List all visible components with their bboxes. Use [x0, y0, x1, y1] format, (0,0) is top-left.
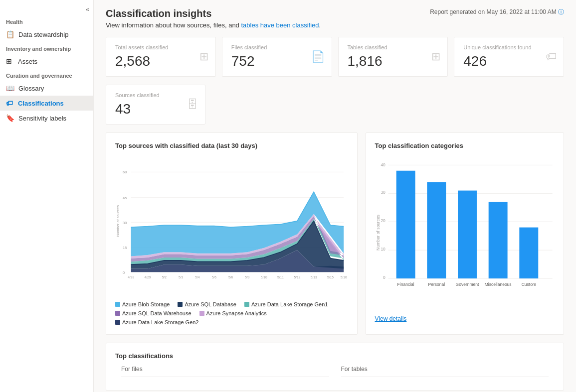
sidebar-item-label: Data stewardship	[18, 31, 68, 38]
sidebar: « Health 📋 Data stewardship Inventory an…	[0, 0, 94, 392]
legend-dot	[178, 302, 183, 307]
svg-text:Government: Government	[455, 282, 479, 287]
info-icon[interactable]: ⓘ	[558, 8, 564, 15]
top-classifications-files-col: For files	[115, 366, 335, 381]
main-content: Classification insights View information…	[94, 0, 576, 392]
svg-text:5/15: 5/15	[327, 275, 334, 279]
legend-synapse: Azure Synapse Analytics	[199, 310, 267, 316]
sidebar-section-inventory: Inventory and ownership ⊞ Assets	[0, 42, 93, 69]
unique-icon: 🏷	[546, 50, 557, 63]
svg-text:10: 10	[381, 247, 385, 252]
subtitle-link[interactable]: tables have been classified	[241, 21, 319, 29]
sidebar-item-label: Assets	[18, 58, 37, 65]
svg-text:5/9: 5/9	[245, 275, 250, 279]
svg-text:5/4: 5/4	[195, 275, 200, 279]
sidebar-item-label: Classifications	[18, 100, 64, 107]
bar-miscellaneous	[488, 202, 507, 278]
area-chart-legend: Azure Blob Storage Azure SQL Database Az…	[115, 301, 348, 325]
legend-label: Azure Data Lake Storage Gen1	[251, 301, 328, 307]
bar-financial	[396, 171, 415, 278]
svg-text:5/10: 5/10	[261, 275, 267, 279]
files-icon: 📄	[311, 50, 325, 63]
bar-chart-title: Top classification categories	[375, 142, 555, 149]
legend-lake-gen2: Azure Data Lake Storage Gen2	[115, 319, 198, 325]
svg-text:30: 30	[123, 221, 127, 225]
legend-dot	[244, 302, 249, 307]
subtitle-post: .	[319, 21, 321, 29]
sidebar-section-health: Health 📋 Data stewardship	[0, 15, 93, 42]
page-header: Classification insights View information…	[106, 8, 564, 31]
svg-text:5/12: 5/12	[294, 275, 300, 279]
stat-value-files: 752	[231, 53, 323, 69]
tables-icon: ⊞	[431, 50, 440, 63]
svg-text:Number of sources: Number of sources	[116, 205, 120, 237]
top-classifications-cols: For files For tables	[115, 366, 555, 381]
sidebar-collapse-button[interactable]: «	[0, 4, 93, 15]
page-subtitle: View information about how sources, file…	[106, 21, 321, 29]
section-label-health: Health	[0, 15, 93, 27]
data-stewardship-icon: 📋	[6, 30, 14, 38]
legend-dot	[115, 311, 120, 316]
svg-text:60: 60	[123, 170, 127, 174]
stat-cards-row1: Total assets classified 2,568 ⊞ Files cl…	[106, 37, 564, 77]
assets-icon: ⊞	[6, 57, 14, 65]
stat-card-total-assets: Total assets classified 2,568 ⊞	[106, 37, 216, 77]
stat-label-files: Files classified	[231, 44, 323, 50]
legend-label: Azure Blob Storage	[122, 301, 170, 307]
bar-government	[458, 191, 477, 278]
legend-lake-gen1: Azure Data Lake Storage Gen1	[244, 301, 328, 307]
area-chart-card: Top sources with classified data (last 3…	[106, 132, 358, 335]
svg-text:5/16: 5/16	[341, 275, 347, 279]
svg-text:5/3: 5/3	[179, 275, 184, 279]
top-classifications-card: Top classifications For files For tables	[106, 343, 564, 391]
svg-text:45: 45	[123, 196, 127, 200]
sidebar-item-assets[interactable]: ⊞ Assets	[0, 54, 93, 69]
svg-text:0: 0	[383, 275, 385, 280]
section-label-inventory: Inventory and ownership	[0, 42, 93, 54]
tables-col-label: For tables	[341, 366, 549, 377]
svg-text:20: 20	[381, 218, 385, 223]
view-details-link[interactable]: View details	[375, 315, 407, 322]
svg-text:5/11: 5/11	[277, 275, 284, 279]
svg-text:0: 0	[123, 270, 125, 275]
bar-chart-card: Top classification categories Number of …	[366, 132, 564, 335]
svg-text:Number of sources: Number of sources	[376, 215, 381, 251]
section-label-curation: Curation and governance	[0, 69, 93, 81]
legend-dot	[115, 320, 120, 325]
bar-personal	[427, 182, 446, 278]
legend-sql-dw: Azure SQL Data Warehouse	[115, 310, 192, 316]
legend-label: Azure Data Lake Storage Gen2	[122, 319, 198, 325]
legend-blob-storage: Azure Blob Storage	[115, 301, 170, 307]
svg-text:30: 30	[381, 190, 385, 195]
sidebar-item-data-stewardship[interactable]: 📋 Data stewardship	[0, 27, 93, 42]
stat-card-sources: Sources classified 43 🗄	[106, 85, 205, 125]
sidebar-item-label: Glossary	[18, 85, 44, 92]
sidebar-item-label: Sensitivity labels	[18, 115, 66, 122]
svg-text:15: 15	[123, 246, 127, 250]
stat-card-tables: Tables classified 1,816 ⊞	[338, 37, 448, 77]
sidebar-item-classifications[interactable]: 🏷 Classifications	[0, 96, 93, 111]
subtitle-pre: View information about how sources, file…	[106, 21, 241, 29]
legend-dot	[115, 302, 120, 307]
legend-label: Azure Synapse Analytics	[206, 310, 267, 316]
top-classifications-tables-col: For tables	[335, 366, 555, 381]
legend-dot	[199, 311, 204, 316]
area-chart-title: Top sources with classified data (last 3…	[115, 142, 348, 149]
svg-text:5/2: 5/2	[162, 275, 167, 279]
stat-card-files: Files classified 752 📄	[222, 37, 332, 77]
svg-text:Custom: Custom	[521, 282, 536, 287]
files-col-label: For files	[121, 366, 329, 377]
sidebar-item-sensitivity-labels[interactable]: 🔖 Sensitivity labels	[0, 111, 93, 126]
sidebar-item-glossary[interactable]: 📖 Glossary	[0, 81, 93, 96]
bar-chart-svg: Number of sources 40 30 20 10 0	[375, 155, 555, 310]
total-assets-icon: ⊞	[199, 50, 208, 63]
svg-text:40: 40	[381, 162, 385, 167]
svg-text:Financial: Financial	[397, 282, 414, 287]
svg-text:4/29: 4/29	[144, 275, 151, 279]
page-title: Classification insights	[106, 8, 321, 19]
area-chart-wrap: 60 45 30 15 0 Number of sources	[115, 155, 348, 296]
stat-value-unique: 426	[463, 53, 555, 69]
stat-cards-row2: Sources classified 43 🗄	[106, 85, 564, 125]
sidebar-section-curation: Curation and governance 📖 Glossary 🏷 Cla…	[0, 69, 93, 126]
stat-label-tables: Tables classified	[348, 44, 439, 50]
